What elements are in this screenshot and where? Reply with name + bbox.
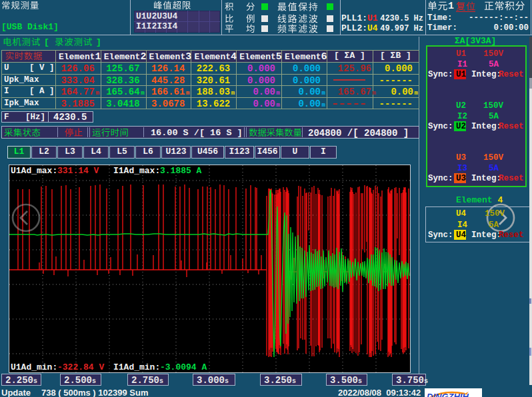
svg-text:DINGZHIH: DINGZHIH bbox=[427, 392, 469, 397]
